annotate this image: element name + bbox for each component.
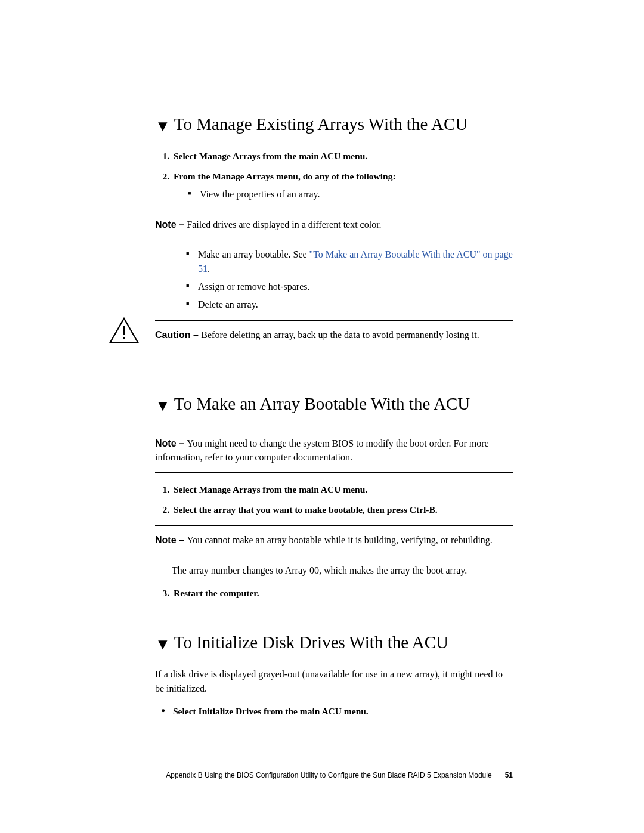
heading-text: To Make an Array Bootable With the ACU xyxy=(174,394,470,413)
list-item: Delete an array. xyxy=(188,298,513,312)
heading-bootable-array: ▼To Make an Array Bootable With the ACU xyxy=(155,393,513,414)
step-item: Select Manage Arrays from the main ACU m… xyxy=(172,149,513,163)
note-block: Note – Failed drives are displayed in a … xyxy=(155,218,513,231)
document-page: ▼To Manage Existing Arrays With the ACU … xyxy=(0,0,644,833)
caution-block: Caution – Before deleting an array, back… xyxy=(155,328,513,342)
steps-list: Restart the computer. xyxy=(155,586,513,600)
caution-label: Caution – xyxy=(155,330,201,340)
note-label: Note – xyxy=(155,535,187,545)
heading-initialize-drives: ▼To Initialize Disk Drives With the ACU xyxy=(155,631,513,653)
step-item: Restart the computer. xyxy=(172,586,513,600)
heading-text: To Manage Existing Arrays With the ACU xyxy=(174,114,467,134)
triangle-down-icon: ▼ xyxy=(155,398,171,414)
list-item: Assign or remove hot-spares. xyxy=(188,280,513,294)
divider xyxy=(155,320,513,321)
svg-rect-0 xyxy=(123,326,125,335)
step-item: From the Manage Arrays menu, do any of t… xyxy=(172,169,513,202)
steps-list: Select Manage Arrays from the main ACU m… xyxy=(155,149,513,202)
note-block: Note – You might need to change the syst… xyxy=(155,436,513,464)
divider xyxy=(155,210,513,210)
divider xyxy=(155,429,513,429)
list-item: Select Initialize Drives from the main A… xyxy=(163,704,513,718)
page-footer: Appendix B Using the BIOS Configuration … xyxy=(0,771,644,779)
triangle-down-icon: ▼ xyxy=(155,119,171,134)
page-number: 51 xyxy=(505,771,513,779)
note-block: Note – You cannot make an array bootable… xyxy=(155,533,513,547)
step-item: Select the array that you want to make b… xyxy=(172,503,513,517)
footer-text: Appendix B Using the BIOS Configuration … xyxy=(166,771,491,779)
caution-icon xyxy=(109,317,140,346)
divider xyxy=(155,351,513,351)
bullet-list: Select Initialize Drives from the main A… xyxy=(155,704,513,718)
heading-manage-arrays: ▼To Manage Existing Arrays With the ACU xyxy=(155,113,513,135)
divider xyxy=(155,556,513,556)
note-label: Note – xyxy=(155,219,187,230)
list-item: Make an array bootable. See "To Make an … xyxy=(188,247,513,276)
divider xyxy=(155,240,513,240)
triangle-down-icon: ▼ xyxy=(155,637,171,652)
sub-list-cont: Make an array bootable. See "To Make an … xyxy=(155,247,513,312)
list-item: View the properties of an array. xyxy=(190,187,513,202)
note-label: Note – xyxy=(155,438,187,448)
sub-list: View the properties of an array. xyxy=(174,187,513,202)
step-item: Select Manage Arrays from the main ACU m… xyxy=(172,482,513,497)
caution-row: Caution – Before deleting an array, back… xyxy=(155,320,513,351)
steps-list: Select Manage Arrays from the main ACU m… xyxy=(155,482,513,517)
result-text: The array number changes to Array 00, wh… xyxy=(172,563,513,578)
divider xyxy=(155,472,513,473)
svg-rect-1 xyxy=(123,337,125,339)
heading-text: To Initialize Disk Drives With the ACU xyxy=(174,633,448,652)
intro-paragraph: If a disk drive is displayed grayed-out … xyxy=(155,667,513,696)
divider xyxy=(155,525,513,526)
